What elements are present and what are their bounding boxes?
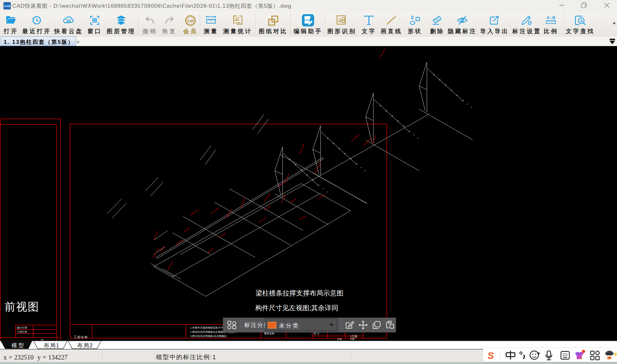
svg-text:CAD: CAD [304,19,310,22]
svg-text:S: S [487,350,494,361]
svg-text::: : [550,15,552,20]
svg-text:A: A [580,19,583,23]
svg-text:A: A [546,15,550,20]
svg-text:B: B [552,15,555,20]
svg-text:日期: 日期 [350,338,354,340]
svg-text:工程引用: 工程引用 [17,330,27,333]
svg-text:图纸名称: 图纸名称 [264,332,275,335]
svg-text:测计引用: 测计引用 [17,326,27,329]
svg-text:比例: 比例 [337,338,342,340]
svg-text:3.限位拉条采用规格,由左图确定。: 3.限位拉条采用规格,由左图确定。 [190,335,229,338]
svg-text:1立面: 1立面 [350,335,357,338]
svg-text:CAD: CAD [4,5,10,8]
svg-text:VIP: VIP [188,19,194,23]
svg-text:设 计: 设 计 [313,332,319,335]
svg-text:工程名称: 工程名称 [74,335,88,339]
